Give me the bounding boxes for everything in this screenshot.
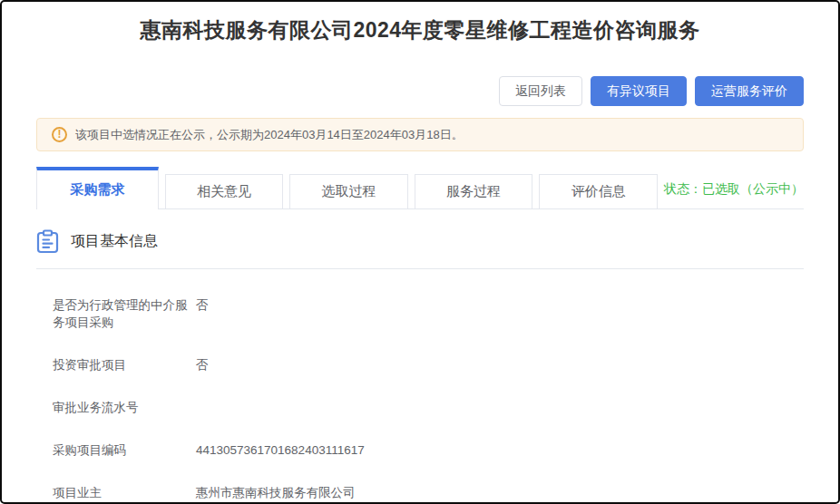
warning-circle-icon: ! <box>52 127 67 142</box>
field-value: 4413057361701682403111617 <box>196 441 365 459</box>
notice-text: 该项目中选情况正在公示，公示期为2024年03月14日至2024年03月18日。 <box>75 127 464 143</box>
toolbar: 返回列表 有异议项目 运营服务评价 <box>36 76 804 106</box>
field-row-investment-approval: 投资审批项目 否 <box>53 356 804 373</box>
tab-service-process[interactable]: 服务过程 <box>415 174 533 208</box>
field-label: 审批业务流水号 <box>53 399 189 416</box>
objection-project-button[interactable]: 有异议项目 <box>591 76 687 106</box>
clipboard-icon <box>36 229 59 254</box>
field-label: 项目业主 <box>53 484 189 501</box>
service-evaluation-button[interactable]: 运营服务评价 <box>695 76 804 106</box>
field-value: 否 <box>196 296 209 331</box>
status-badge: 状态：已选取（公示中） <box>664 181 804 208</box>
field-row-project-owner: 项目业主 惠州市惠南科技服务有限公司 <box>53 484 804 501</box>
section-title: 项目基本信息 <box>71 232 158 251</box>
tab-selection-process[interactable]: 选取过程 <box>289 174 408 208</box>
field-value: 否 <box>196 356 209 373</box>
section-header-basic-info: 项目基本信息 <box>36 229 804 254</box>
basic-info-fields: 是否为行政管理的中介服务项目采购 否 投资审批项目 否 审批业务流水号 采购项目… <box>36 269 804 501</box>
field-row-intermediary-service: 是否为行政管理的中介服务项目采购 否 <box>53 296 804 331</box>
tab-procurement-requirements[interactable]: 采购需求 <box>36 167 159 209</box>
field-label: 采购项目编码 <box>53 441 189 459</box>
field-value: 惠州市惠南科技服务有限公司 <box>196 484 356 501</box>
tab-bar: 采购需求 相关意见 选取过程 服务过程 评价信息 状态：已选取（公示中） <box>36 168 804 209</box>
publicity-notice-bar: ! 该项目中选情况正在公示，公示期为2024年03月14日至2024年03月18… <box>36 118 804 151</box>
field-label: 是否为行政管理的中介服务项目采购 <box>53 296 189 331</box>
field-row-project-code: 采购项目编码 4413057361701682403111617 <box>53 441 804 459</box>
field-row-approval-serial-number: 审批业务流水号 <box>53 399 804 416</box>
field-label: 投资审批项目 <box>53 356 189 373</box>
back-to-list-button[interactable]: 返回列表 <box>499 76 582 106</box>
project-detail-page: 惠南科技服务有限公司2024年度零星维修工程造价咨询服务 返回列表 有异议项目 … <box>0 0 840 504</box>
page-title: 惠南科技服务有限公司2024年度零星维修工程造价咨询服务 <box>36 16 804 44</box>
tab-evaluation-info[interactable]: 评价信息 <box>539 174 658 208</box>
tab-related-opinions[interactable]: 相关意见 <box>165 174 284 208</box>
